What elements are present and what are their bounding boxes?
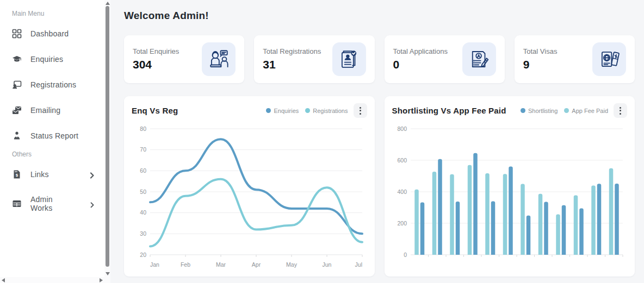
passport-ticket-icon bbox=[592, 42, 626, 76]
file-dollar-icon: $ bbox=[12, 169, 22, 179]
scroll-left-icon[interactable] bbox=[2, 278, 5, 282]
legend-item-shortlisting[interactable]: Shortlisting bbox=[521, 108, 558, 114]
svg-text:May: May bbox=[286, 261, 298, 268]
stat-card-total-visas: Total Visas 9 bbox=[515, 35, 635, 83]
graduation-cap-icon bbox=[12, 54, 22, 64]
chart-legend: Enquiries Registrations bbox=[266, 108, 348, 114]
chart-card-shortlisting-vs-app-fee: Shortlisting Vs App Fee Paid Shortlistin… bbox=[385, 96, 635, 276]
registration-doc-icon bbox=[332, 42, 366, 76]
main-content: Welcome Admin! Total Enquiries 304 bbox=[110, 0, 644, 283]
application-edit-icon bbox=[462, 42, 496, 76]
table-icon bbox=[12, 199, 22, 209]
charts-row: Enq Vs Reg Enquiries Registrations bbox=[124, 96, 635, 276]
person-monitor-icon bbox=[12, 80, 22, 90]
sidebar: Main Menu Dashboard Enquiries bbox=[0, 0, 110, 283]
sidebar-item-dashboard[interactable]: Dashboard bbox=[12, 23, 104, 45]
svg-text:80: 80 bbox=[140, 125, 146, 132]
chevron-right-icon bbox=[89, 171, 95, 178]
svg-text:40: 40 bbox=[140, 209, 146, 216]
sidebar-item-admin-works[interactable]: Admin Works bbox=[12, 189, 104, 218]
svg-text:600: 600 bbox=[397, 157, 407, 163]
sidebar-horizontal-scrollbar[interactable] bbox=[0, 277, 110, 283]
scroll-right-icon[interactable] bbox=[100, 278, 103, 282]
sidebar-item-status-report[interactable]: Status Report bbox=[12, 125, 104, 147]
stat-value: 304 bbox=[133, 58, 179, 71]
kebab-menu-icon bbox=[620, 107, 621, 109]
legend-item-enquiries[interactable]: Enquiries bbox=[266, 108, 299, 114]
stat-card-total-registrations: Total Registrations 31 bbox=[254, 35, 374, 83]
legend-dot bbox=[521, 108, 525, 113]
svg-text:0: 0 bbox=[404, 251, 407, 258]
vertical-scrollbar-thumb[interactable] bbox=[106, 6, 109, 267]
stat-value: 31 bbox=[263, 58, 321, 71]
stat-label: Total Visas bbox=[523, 47, 558, 55]
legend-dot bbox=[305, 108, 310, 113]
svg-text:200: 200 bbox=[397, 220, 407, 227]
svg-text:30: 30 bbox=[140, 230, 146, 237]
sidebar-item-label: Emailing bbox=[30, 106, 60, 115]
app-window: Main Menu Dashboard Enquiries bbox=[0, 0, 644, 283]
legend-item-registrations[interactable]: Registrations bbox=[305, 108, 348, 114]
svg-text:Mar: Mar bbox=[216, 261, 226, 268]
chart-menu-button[interactable] bbox=[614, 103, 627, 118]
svg-text:400: 400 bbox=[397, 188, 407, 195]
sidebar-item-label: Links bbox=[30, 170, 49, 179]
email-icon bbox=[12, 105, 22, 115]
bar-chart-shortlisting-vs-app-fee: 0200400600800 bbox=[392, 120, 626, 274]
svg-text:50: 50 bbox=[140, 188, 146, 195]
kebab-menu-icon bbox=[360, 107, 361, 109]
sidebar-section-others: Others bbox=[12, 150, 104, 158]
person-report-icon bbox=[12, 131, 22, 141]
chart-title: Shortlisting Vs App Fee Paid bbox=[392, 106, 521, 115]
svg-text:Jun: Jun bbox=[323, 261, 332, 268]
legend-dot bbox=[266, 108, 271, 113]
sidebar-item-links[interactable]: $ Links bbox=[12, 163, 104, 185]
svg-text:70: 70 bbox=[140, 146, 146, 153]
svg-text:800: 800 bbox=[397, 125, 407, 132]
sidebar-section-main-menu: Main Menu bbox=[12, 10, 104, 17]
sidebar-item-registrations[interactable]: Registrations bbox=[12, 74, 104, 96]
stat-label: Total Applications bbox=[393, 47, 448, 55]
stat-card-total-enquiries: Total Enquiries 304 bbox=[124, 35, 244, 83]
line-chart-enq-vs-reg: 20304050607080JanFebMarAprMayJunJul bbox=[132, 120, 366, 274]
stat-value: 9 bbox=[523, 58, 558, 71]
svg-text:60: 60 bbox=[140, 167, 146, 174]
dashboard-icon bbox=[12, 29, 22, 39]
sidebar-item-label: Admin Works bbox=[30, 195, 72, 212]
sidebar-item-label: Registrations bbox=[30, 80, 76, 89]
scroll-down-icon[interactable] bbox=[106, 272, 110, 275]
consultation-icon bbox=[202, 42, 236, 76]
chart-menu-button[interactable] bbox=[354, 103, 367, 118]
stats-row: Total Enquiries 304 bbox=[124, 35, 635, 83]
sidebar-item-emailing[interactable]: Emailing bbox=[12, 99, 104, 121]
stat-card-total-applications: Total Applications 0 bbox=[385, 35, 505, 83]
svg-text:Jan: Jan bbox=[150, 261, 159, 268]
svg-text:Jul: Jul bbox=[355, 261, 362, 268]
sidebar-item-label: Enquiries bbox=[30, 55, 63, 64]
sidebar-item-enquiries[interactable]: Enquiries bbox=[12, 48, 104, 70]
legend-item-app-fee-paid[interactable]: App Fee Paid bbox=[564, 108, 608, 114]
chevron-right-icon bbox=[89, 200, 95, 207]
page-title: Welcome Admin! bbox=[124, 10, 635, 22]
svg-text:$: $ bbox=[16, 173, 18, 178]
sidebar-item-label: Dashboard bbox=[30, 29, 69, 38]
scroll-up-icon[interactable] bbox=[106, 2, 110, 5]
sidebar-item-label: Status Report bbox=[30, 131, 78, 140]
chart-title: Enq Vs Reg bbox=[132, 106, 266, 115]
chart-card-enq-vs-reg: Enq Vs Reg Enquiries Registrations bbox=[124, 96, 375, 276]
stat-label: Total Enquiries bbox=[133, 47, 179, 55]
chart-legend: Shortlisting App Fee Paid bbox=[521, 108, 608, 114]
legend-dot bbox=[564, 108, 569, 113]
svg-text:Apr: Apr bbox=[252, 261, 261, 268]
sidebar-vertical-scrollbar[interactable] bbox=[104, 0, 110, 277]
stat-value: 0 bbox=[393, 58, 448, 71]
svg-text:20: 20 bbox=[140, 251, 146, 258]
svg-text:Feb: Feb bbox=[181, 261, 190, 268]
stat-label: Total Registrations bbox=[263, 47, 321, 55]
